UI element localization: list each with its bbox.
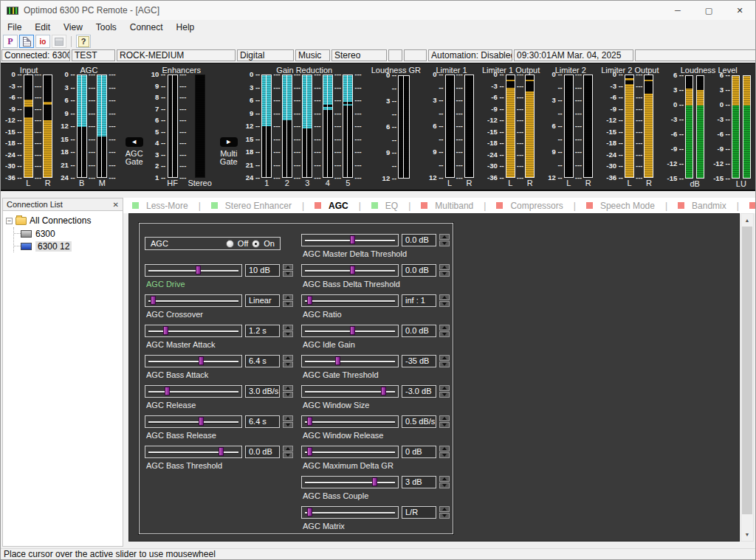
slider-thumb[interactable] xyxy=(381,387,386,395)
radio-label-off[interactable]: Off xyxy=(238,239,248,248)
spin-up-icon[interactable] xyxy=(283,294,293,300)
save-button[interactable] xyxy=(52,35,66,48)
tab-stereo-enhancer[interactable]: Stereo Enhancer xyxy=(211,201,302,211)
spin-down-icon[interactable] xyxy=(283,331,293,337)
spin-up-icon[interactable] xyxy=(283,415,293,421)
spin-up-icon[interactable] xyxy=(283,446,293,452)
spin-down-icon[interactable] xyxy=(283,452,293,458)
spin-up-icon[interactable] xyxy=(439,506,450,512)
tab-multiband[interactable]: Multiband xyxy=(421,201,484,211)
tab-agc[interactable]: AGC xyxy=(315,201,359,211)
radio-on[interactable] xyxy=(252,240,260,248)
slider-thumb[interactable] xyxy=(307,447,312,456)
spin-up-icon[interactable] xyxy=(439,264,450,270)
spin-down-icon[interactable] xyxy=(439,513,450,519)
spin-down-icon[interactable] xyxy=(439,422,450,428)
slider-thumb[interactable] xyxy=(307,508,312,516)
spin-down-icon[interactable] xyxy=(439,392,450,398)
menu-tools[interactable]: Tools xyxy=(89,22,123,32)
agc-maximum-delta-gr-slider[interactable] xyxy=(301,446,399,458)
spin-up-icon[interactable] xyxy=(283,385,293,391)
agc-master-delta-threshold-slider[interactable] xyxy=(301,234,399,246)
vertical-scrollbar[interactable]: ▲ ▼ xyxy=(740,213,754,542)
slider-thumb[interactable] xyxy=(350,266,355,274)
spin-down-icon[interactable] xyxy=(283,271,293,277)
slider-thumb[interactable] xyxy=(219,447,224,456)
agc-release-slider[interactable] xyxy=(145,385,242,398)
menu-file[interactable]: File xyxy=(1,22,28,32)
help-button[interactable]: ? xyxy=(76,35,91,48)
spin-down-icon[interactable] xyxy=(439,271,450,277)
menu-edit[interactable]: Edit xyxy=(28,22,57,32)
document-button[interactable] xyxy=(19,35,34,48)
spin-down-icon[interactable] xyxy=(283,392,293,398)
agc-drive-slider[interactable] xyxy=(145,264,242,277)
menu-connect[interactable]: Connect xyxy=(123,22,170,32)
tree-root[interactable]: − All Connections xyxy=(6,214,121,227)
slider-thumb[interactable] xyxy=(151,296,156,305)
spin-up-icon[interactable] xyxy=(439,415,450,421)
tab-less-more[interactable]: Less-More xyxy=(132,201,199,211)
tab-speech-mode[interactable]: Speech Mode xyxy=(586,201,665,211)
tree-item-6300-12[interactable]: 6300 12 xyxy=(14,240,121,252)
spin-up-icon[interactable] xyxy=(439,234,450,240)
spin-up-icon[interactable] xyxy=(439,325,450,331)
slider-thumb[interactable] xyxy=(163,326,168,335)
minimize-button[interactable]: ─ xyxy=(662,1,693,20)
scroll-down-icon[interactable]: ▼ xyxy=(741,528,753,541)
scroll-up-icon[interactable]: ▲ xyxy=(741,214,753,227)
tab-compressors[interactable]: Compressors xyxy=(496,201,573,211)
spin-up-icon[interactable] xyxy=(283,325,293,331)
io-button[interactable]: io xyxy=(35,35,50,48)
spin-down-icon[interactable] xyxy=(439,241,450,246)
agc-gate-threshold-slider[interactable] xyxy=(301,355,399,367)
slider-thumb[interactable] xyxy=(372,477,377,486)
agc-ratio-slider[interactable] xyxy=(301,294,399,307)
spin-down-icon[interactable] xyxy=(283,362,293,367)
spin-up-icon[interactable] xyxy=(283,355,293,361)
spin-down-icon[interactable] xyxy=(439,452,450,458)
agc-window-release-slider[interactable] xyxy=(301,415,399,428)
spin-down-icon[interactable] xyxy=(439,331,450,337)
maximize-button[interactable]: ▢ xyxy=(693,1,724,20)
tree-item-6300[interactable]: 6300 xyxy=(14,227,121,240)
spin-up-icon[interactable] xyxy=(439,476,450,482)
radio-off[interactable] xyxy=(226,240,234,248)
tab-eq[interactable]: EQ xyxy=(371,201,408,211)
radio-label-on[interactable]: On xyxy=(264,239,275,248)
tab-distortion[interactable]: Distortion xyxy=(749,201,756,211)
spin-up-icon[interactable] xyxy=(283,264,293,270)
agc-bass-delta-threshold-slider[interactable] xyxy=(301,264,399,277)
agc-bass-couple-slider[interactable] xyxy=(301,476,399,488)
slider-thumb[interactable] xyxy=(199,417,204,426)
spin-up-icon[interactable] xyxy=(439,446,450,452)
spin-down-icon[interactable] xyxy=(439,483,450,488)
agc-bass-attack-slider[interactable] xyxy=(145,355,242,367)
spin-up-icon[interactable] xyxy=(439,294,450,300)
tab-bandmix[interactable]: Bandmix xyxy=(678,201,737,211)
agc-idle-gain-slider[interactable] xyxy=(301,325,399,337)
slider-thumb[interactable] xyxy=(335,356,340,365)
spin-up-icon[interactable] xyxy=(439,355,450,361)
agc-crossover-slider[interactable] xyxy=(145,294,242,307)
agc-bass-release-slider[interactable] xyxy=(145,415,242,428)
slider-thumb[interactable] xyxy=(165,387,170,395)
close-button[interactable]: ✕ xyxy=(724,1,755,20)
slider-thumb[interactable] xyxy=(350,326,355,335)
slider-thumb[interactable] xyxy=(196,266,201,274)
spin-down-icon[interactable] xyxy=(283,301,293,307)
slider-thumb[interactable] xyxy=(199,356,204,365)
spin-down-icon[interactable] xyxy=(439,301,450,307)
slider-thumb[interactable] xyxy=(307,417,312,426)
spin-down-icon[interactable] xyxy=(283,422,293,428)
tree-expander-icon[interactable]: − xyxy=(6,218,13,224)
agc-window-size-slider[interactable] xyxy=(301,385,399,398)
scrollbar-thumb[interactable] xyxy=(742,227,752,514)
menu-help[interactable]: Help xyxy=(170,22,202,32)
preset-button[interactable]: P xyxy=(3,35,18,48)
menu-view[interactable]: View xyxy=(57,22,89,32)
slider-thumb[interactable] xyxy=(307,296,312,305)
spin-down-icon[interactable] xyxy=(439,362,450,367)
slider-thumb[interactable] xyxy=(350,235,355,244)
agc-matrix-slider[interactable] xyxy=(301,506,399,519)
